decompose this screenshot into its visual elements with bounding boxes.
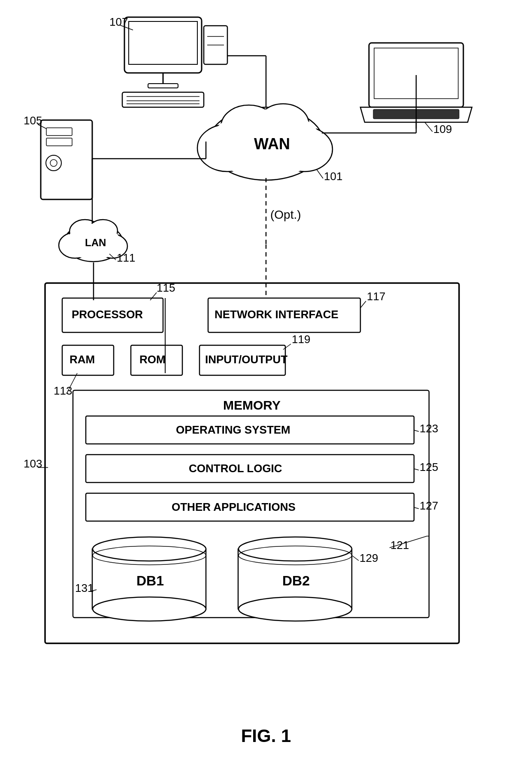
ref-117: 117 [367,290,385,303]
svg-point-20 [50,160,57,166]
svg-rect-4 [122,92,204,107]
ref-115: 115 [157,281,175,294]
io-label: INPUT/OUTPUT [205,353,287,366]
opt-label: (Opt.) [270,208,301,221]
rom-label: ROM [139,353,166,366]
diagram-container: 107 109 105 [0,0,532,772]
memory-label: MEMORY [223,398,281,412]
ref-107: 107 [109,15,128,28]
svg-rect-3 [148,84,178,88]
db2-label: DB2 [282,573,310,588]
processor-label: PROCESSOR [72,308,143,321]
db1-label: DB1 [136,573,164,588]
ref-109: 109 [433,123,452,136]
network-interface-label: NETWORK INTERFACE [215,308,339,321]
ram-label: RAM [70,353,95,366]
other-apps-label: OTHER APPLICATIONS [172,501,296,513]
ref-101: 101 [324,170,342,183]
svg-line-32 [317,169,323,178]
lan-label: LAN [85,237,106,248]
svg-line-15 [425,122,432,132]
ref-131: 131 [75,582,94,594]
os-label: OPERATING SYSTEM [176,423,290,436]
figure-caption: FIG. 1 [241,726,291,746]
ref-111: 111 [117,251,135,264]
ref-127: 127 [420,499,438,512]
svg-rect-1 [129,21,197,64]
ref-119: 119 [292,333,310,346]
svg-rect-18 [46,138,72,146]
ref-113: 113 [54,384,72,397]
svg-point-81 [239,597,352,621]
ref-103: 103 [24,457,42,470]
ref-123: 123 [420,422,438,435]
svg-rect-17 [46,128,72,136]
ref-129: 129 [360,552,378,564]
wan-label: WAN [254,135,290,153]
ref-121: 121 [390,539,409,552]
ref-125: 125 [420,461,438,473]
control-logic-label: CONTROL LOGIC [189,462,282,475]
svg-point-76 [93,597,206,621]
